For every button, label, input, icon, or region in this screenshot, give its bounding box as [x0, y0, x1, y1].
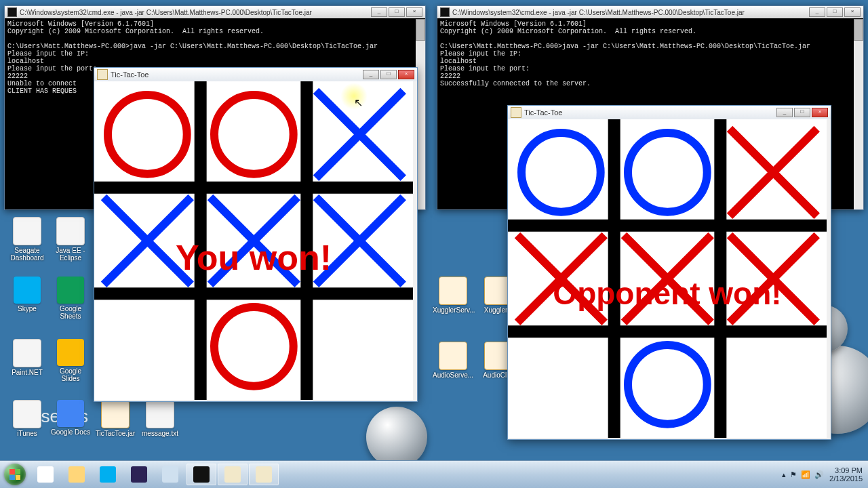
icon-label: Skype: [7, 305, 47, 312]
desktop-icon[interactable]: TicTacToe.jar: [95, 400, 136, 437]
tictactoe-window-left[interactable]: Tic-Tac-Toe _ □ × You won!: [94, 67, 418, 402]
mark-o[interactable]: [201, 293, 307, 400]
mark-x[interactable]: [307, 81, 413, 188]
cmd-titlebar[interactable]: C:\Windows\system32\cmd.exe - java -jar …: [437, 6, 863, 18]
tictactoe-window-right[interactable]: Tic-Tac-Toe _ □ × Opponent won!: [507, 105, 831, 440]
start-button[interactable]: [0, 461, 30, 488]
mark-x[interactable]: [614, 226, 721, 332]
icon-label: Seagate Dashboard: [7, 247, 47, 262]
mark-x[interactable]: [720, 226, 827, 332]
desktop-icon[interactable]: AudioServe...: [433, 342, 473, 379]
mark-o[interactable]: [201, 81, 307, 188]
close-button[interactable]: ×: [406, 7, 422, 17]
app-icon: [57, 400, 84, 427]
taskbar-app-java2[interactable]: [249, 464, 279, 485]
game-board[interactable]: Opponent won!: [508, 119, 827, 438]
desktop-icon[interactable]: message.txt: [140, 400, 180, 437]
app-icon: [14, 277, 41, 304]
app-icon: [146, 400, 174, 428]
icon-label: Java EE - Eclipse: [50, 247, 91, 262]
mark-x[interactable]: [720, 119, 827, 226]
cmd-icon: [440, 7, 450, 17]
game-title: Tic-Tac-Toe: [524, 108, 775, 117]
desktop-icon[interactable]: XugglerServ...: [433, 277, 473, 314]
mark-o[interactable]: [614, 119, 721, 226]
game-titlebar[interactable]: Tic-Tac-Toe _ □ ×: [94, 68, 417, 81]
tray-volume-icon[interactable]: 🔊: [814, 470, 824, 479]
tray-network-icon[interactable]: 📶: [801, 470, 810, 479]
maximize-button[interactable]: □: [794, 108, 810, 117]
mark-x[interactable]: [201, 188, 307, 294]
app-icon: [56, 217, 85, 245]
mark-x[interactable]: [94, 188, 201, 294]
paintnet-icon: [162, 466, 178, 483]
taskbar[interactable]: ▴ ⚑ 📶 🔊 3:09 PM 2/13/2015: [0, 460, 868, 488]
icon-label: Google Docs: [50, 428, 91, 436]
minimize-button[interactable]: _: [371, 7, 387, 17]
svg-point-14: [214, 307, 294, 386]
mark-o[interactable]: [614, 331, 721, 438]
windows-orb-icon: [4, 464, 26, 485]
icon-label: message.txt: [140, 430, 180, 437]
minimize-button[interactable]: _: [809, 7, 825, 17]
desktop-icon[interactable]: iTunes: [7, 400, 47, 437]
mark-o[interactable]: [508, 119, 614, 226]
java1-icon: [224, 466, 241, 483]
java-icon: [511, 107, 521, 118]
scrollbar[interactable]: [854, 19, 863, 209]
mark-o[interactable]: [94, 81, 201, 188]
app-icon: [439, 277, 467, 305]
taskbar-app-skype[interactable]: [93, 464, 123, 485]
desktop-icon[interactable]: Paint.NET: [7, 339, 47, 376]
minimize-button[interactable]: _: [776, 108, 793, 117]
cmd-icon: [7, 7, 17, 17]
close-button[interactable]: ×: [844, 7, 861, 17]
tray-up-icon[interactable]: ▴: [782, 470, 786, 479]
app-icon: [13, 400, 41, 428]
app-icon: [57, 277, 84, 304]
taskbar-app-eclipse[interactable]: [124, 464, 154, 485]
taskbar-clock[interactable]: 3:09 PM 2/13/2015: [829, 466, 863, 483]
game-board[interactable]: You won!: [94, 81, 413, 400]
app-icon: [13, 217, 41, 245]
system-tray[interactable]: ▴ ⚑ 📶 🔊 3:09 PM 2/13/2015: [776, 466, 868, 483]
cmd-titlebar[interactable]: C:\Windows\system32\cmd.exe - java -jar …: [5, 6, 425, 18]
icon-label: AudioServe...: [433, 371, 473, 379]
desktop-icon[interactable]: Seagate Dashboard: [7, 217, 47, 262]
explorer-icon: [68, 466, 85, 483]
java2-icon: [256, 466, 272, 483]
game-titlebar[interactable]: Tic-Tac-Toe _ □ ×: [508, 106, 831, 119]
desktop-icon[interactable]: Java EE - Eclipse: [50, 217, 91, 262]
svg-point-5: [214, 95, 294, 174]
mark-x[interactable]: [307, 188, 413, 294]
app-icon: [13, 339, 41, 367]
desktop-icon[interactable]: Google Docs: [50, 400, 91, 436]
minimize-button[interactable]: _: [363, 70, 379, 79]
java-icon: [97, 69, 108, 80]
desktop-icon[interactable]: Google Sheets: [50, 277, 91, 320]
icon-label: TicTacToe.jar: [95, 430, 136, 437]
chrome-icon: [37, 466, 54, 483]
taskbar-app-chrome[interactable]: [31, 464, 60, 485]
close-button[interactable]: ×: [812, 108, 828, 117]
maximize-button[interactable]: □: [827, 7, 843, 17]
close-button[interactable]: ×: [398, 70, 414, 79]
taskbar-app-paintnet[interactable]: [155, 464, 185, 485]
taskbar-app-java1[interactable]: [218, 464, 248, 485]
icon-label: Google Sheets: [50, 305, 91, 320]
desktop-icon[interactable]: Google Slides: [50, 339, 91, 382]
eclipse-icon: [131, 466, 147, 483]
tray-flag-icon[interactable]: ⚑: [790, 470, 797, 479]
icon-label: iTunes: [7, 430, 47, 437]
svg-point-4: [108, 95, 187, 174]
mark-x[interactable]: [508, 226, 614, 332]
desktop-icon[interactable]: Skype: [7, 277, 47, 312]
taskbar-app-cmd[interactable]: [186, 464, 216, 485]
icon-label: Google Slides: [50, 367, 91, 382]
taskbar-app-explorer[interactable]: [62, 464, 92, 485]
maximize-button[interactable]: □: [389, 7, 405, 17]
icon-label: XugglerServ...: [433, 306, 473, 314]
app-icon: [101, 400, 130, 428]
maximize-button[interactable]: □: [380, 70, 397, 79]
app-icon: [57, 339, 84, 366]
